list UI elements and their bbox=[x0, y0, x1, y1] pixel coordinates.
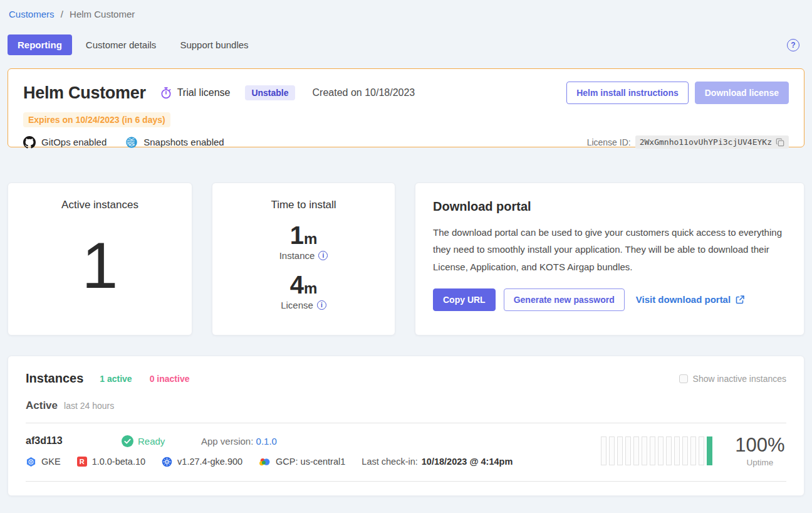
active-count: 1 active bbox=[100, 374, 132, 384]
tab-reporting[interactable]: Reporting bbox=[8, 34, 72, 55]
distribution-meta: GKE bbox=[26, 457, 61, 467]
download-license-button[interactable]: Download license bbox=[695, 82, 789, 104]
time-to-install-title: Time to install bbox=[271, 199, 336, 211]
gcp-icon bbox=[259, 457, 271, 467]
ready-check-icon bbox=[122, 435, 133, 447]
license-install-unit: m bbox=[304, 280, 317, 297]
uptime-value: 100% bbox=[734, 435, 786, 456]
kots-version-meta: R 1.0.0-beta.10 bbox=[77, 457, 145, 467]
uptime-bars bbox=[601, 436, 712, 465]
k8s-version-label: v1.27.4-gke.900 bbox=[177, 457, 242, 467]
instance-info-icon[interactable]: i bbox=[318, 251, 328, 260]
expires-badge: Expires on 10/24/2023 (in 6 days) bbox=[23, 112, 170, 127]
license-install-value: 4 bbox=[290, 271, 304, 299]
instance-install-label: Instance bbox=[279, 250, 315, 261]
app-version-label: App version: bbox=[201, 436, 253, 447]
status-label: Ready bbox=[138, 436, 165, 447]
uptime-label: Uptime bbox=[734, 458, 786, 467]
instances-card: Instances 1 active 0 inactive Show inact… bbox=[8, 356, 804, 496]
license-install-metric: 4m License i bbox=[281, 272, 326, 310]
license-type: Trial license bbox=[160, 87, 231, 99]
snapshots-icon bbox=[125, 136, 138, 149]
last-checkin-label: Last check-in: bbox=[362, 457, 417, 467]
customer-reporting-page: Customers / Helm Customer Reporting Cust… bbox=[0, 0, 812, 513]
gke-icon bbox=[26, 457, 36, 467]
breadcrumb-separator: / bbox=[61, 9, 63, 19]
tab-support-bundles[interactable]: Support bundles bbox=[170, 34, 258, 55]
download-portal-description: The download portal can be used to give … bbox=[433, 224, 786, 275]
distribution-label: GKE bbox=[41, 457, 61, 467]
github-icon bbox=[23, 136, 36, 149]
status-badge: Ready bbox=[122, 435, 201, 447]
cloud-region-label: GCP: us-central1 bbox=[276, 457, 345, 467]
visit-download-portal-label: Visit download portal bbox=[636, 294, 731, 305]
license-id-value[interactable]: 2WxGmnho11ovUhYPi3cjUV4EYKz bbox=[635, 135, 789, 149]
trial-timer-icon bbox=[160, 87, 172, 99]
customer-title: Helm Customer bbox=[23, 83, 146, 103]
show-inactive-checkbox[interactable] bbox=[679, 374, 688, 383]
kots-version-label: 1.0.0-beta.10 bbox=[92, 457, 145, 467]
instance-row[interactable]: af3d113 Ready App version: 0.1.0 bbox=[8, 423, 804, 481]
channel-badge: Unstable bbox=[245, 85, 294, 100]
snapshots-enabled-label: Snapshots enabled bbox=[143, 137, 224, 147]
license-id-text: 2WxGmnho11ovUhYPi3cjUV4EYKz bbox=[640, 137, 772, 147]
instance-install-metric: 1m Instance i bbox=[279, 222, 328, 261]
visit-download-portal-link[interactable]: Visit download portal bbox=[636, 294, 745, 305]
created-date: Created on 10/18/2023 bbox=[313, 87, 415, 98]
app-version-link[interactable]: 0.1.0 bbox=[256, 436, 277, 447]
active-section-range: last 24 hours bbox=[64, 401, 114, 411]
help-icon[interactable]: ? bbox=[787, 39, 799, 51]
download-portal-card: Download portal The download portal can … bbox=[415, 182, 804, 336]
time-to-install-card: Time to install 1m Instance i 4m License… bbox=[212, 182, 395, 336]
active-instances-value: 1 bbox=[82, 211, 118, 335]
instance-install-value: 1 bbox=[290, 221, 304, 249]
download-portal-title: Download portal bbox=[433, 199, 786, 214]
replicated-icon: R bbox=[77, 457, 87, 467]
breadcrumb-customers-link[interactable]: Customers bbox=[9, 9, 55, 19]
helm-install-instructions-button[interactable]: Helm install instructions bbox=[566, 82, 689, 104]
copy-icon[interactable] bbox=[776, 138, 784, 147]
snapshots-enabled: Snapshots enabled bbox=[125, 136, 224, 149]
license-info-icon[interactable]: i bbox=[317, 300, 326, 310]
active-section-label: Active bbox=[26, 399, 58, 412]
inactive-count: 0 inactive bbox=[150, 374, 190, 384]
copy-url-button[interactable]: Copy URL bbox=[433, 288, 496, 311]
instance-id: af3d113 bbox=[26, 435, 122, 447]
tab-customer-details[interactable]: Customer details bbox=[76, 34, 167, 55]
k8s-version-meta: v1.27.4-gke.900 bbox=[162, 457, 242, 467]
gitops-enabled-label: GitOps enabled bbox=[41, 137, 107, 147]
instances-title: Instances bbox=[26, 371, 83, 386]
gitops-enabled: GitOps enabled bbox=[23, 136, 107, 149]
generate-password-button[interactable]: Generate new password bbox=[504, 288, 625, 311]
breadcrumb-current: Helm Customer bbox=[70, 9, 135, 19]
show-inactive-label[interactable]: Show inactive instances bbox=[693, 374, 786, 384]
instance-install-unit: m bbox=[304, 230, 317, 247]
cloud-region-meta: GCP: us-central1 bbox=[259, 457, 345, 467]
last-checkin-value: 10/18/2023 @ 4:14pm bbox=[422, 457, 513, 467]
customer-header-card: Helm Customer Trial license Unstable Cre… bbox=[8, 68, 804, 147]
tab-bar: Reporting Customer details Support bundl… bbox=[8, 34, 804, 55]
active-instances-card: Active instances 1 bbox=[8, 182, 192, 336]
kubernetes-icon bbox=[162, 457, 172, 467]
active-instances-title: Active instances bbox=[61, 199, 138, 211]
breadcrumb: Customers / Helm Customer bbox=[8, 9, 804, 19]
external-link-icon bbox=[735, 295, 745, 305]
license-install-label: License bbox=[281, 300, 313, 310]
stat-cards-row: Active instances 1 Time to install 1m In… bbox=[8, 182, 804, 336]
license-type-label: Trial license bbox=[177, 87, 231, 98]
license-id-label: License ID: bbox=[587, 137, 631, 147]
